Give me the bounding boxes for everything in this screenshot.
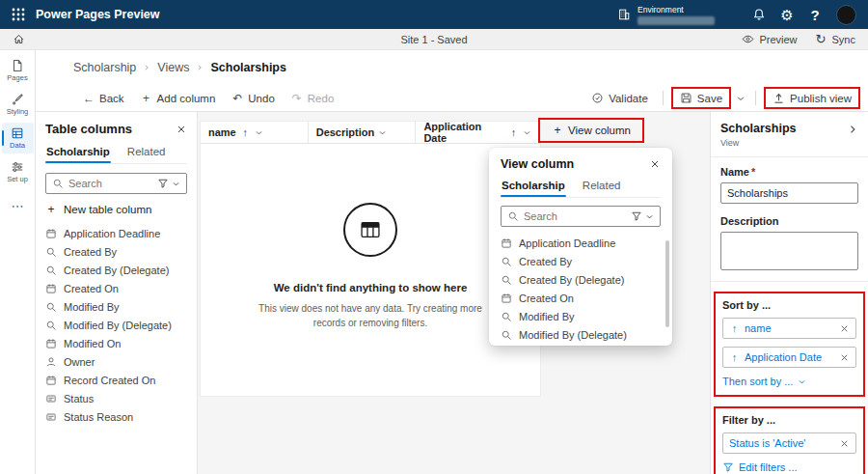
- divider: [711, 156, 868, 157]
- environment-switcher[interactable]: Environment: [617, 5, 715, 25]
- sync-label: Sync: [832, 34, 855, 45]
- edit-filters-button[interactable]: Edit filters ...: [722, 461, 856, 473]
- breadcrumb-views[interactable]: Views: [157, 61, 189, 74]
- breadcrumb-table[interactable]: Scholarship: [73, 61, 136, 74]
- properties-subtitle: View: [720, 138, 797, 148]
- sort-chip[interactable]: ↑ name: [722, 318, 856, 339]
- redo-button[interactable]: ↷ Redo: [285, 90, 341, 107]
- column-list-item[interactable]: Modified By: [45, 297, 187, 316]
- remove-sort-icon[interactable]: [839, 323, 850, 334]
- column-list-item[interactable]: Owner: [45, 352, 187, 371]
- popup-tab-scholarship[interactable]: Scholarship: [501, 177, 566, 197]
- publish-up-arrow-icon: [773, 92, 785, 104]
- close-panel-icon[interactable]: [176, 124, 187, 135]
- close-popup-icon[interactable]: [649, 158, 661, 170]
- popup-column-item[interactable]: Modified By (Delegate): [501, 325, 661, 344]
- name-field-label: Name*: [720, 166, 858, 178]
- remove-filter-icon[interactable]: [839, 438, 850, 449]
- save-split-chevron-icon[interactable]: [736, 94, 746, 103]
- column-list-item[interactable]: Modified On: [45, 334, 187, 352]
- sync-button[interactable]: ↻ Sync: [815, 33, 855, 45]
- back-button[interactable]: ← Back: [76, 90, 131, 107]
- column-name: Record Created On: [64, 375, 155, 386]
- popup-scrollbar[interactable]: [665, 240, 669, 327]
- sort-chip-label: Application Date: [745, 351, 822, 363]
- save-button[interactable]: Save: [673, 89, 729, 107]
- column-name: Status: [64, 393, 94, 404]
- column-list-item[interactable]: Status: [45, 389, 187, 407]
- popup-filter-dropdown[interactable]: [631, 210, 654, 222]
- user-avatar[interactable]: [836, 5, 856, 25]
- data-icon: [11, 126, 24, 140]
- rail-more-button[interactable]: ⋯: [2, 196, 34, 215]
- popup-search-input[interactable]: [524, 210, 626, 222]
- plus-icon: +: [45, 204, 57, 215]
- view-name-input[interactable]: [720, 182, 858, 204]
- filter-funnel-icon: [157, 178, 169, 189]
- expand-panel-chevron-icon[interactable]: [847, 124, 858, 135]
- column-list-item[interactable]: Record Created On: [45, 371, 187, 389]
- preview-button[interactable]: Preview: [742, 33, 797, 45]
- toolbar-divider: [755, 91, 756, 105]
- notifications-bell-icon[interactable]: [752, 8, 766, 21]
- properties-title: Scholarships: [720, 122, 797, 135]
- column-list-item[interactable]: Modified By (Delegate): [45, 316, 187, 334]
- new-table-column-button[interactable]: + New table column: [45, 204, 187, 215]
- popup-column-item[interactable]: Created By: [501, 252, 661, 270]
- view-column-button[interactable]: + View column: [543, 122, 639, 139]
- filter-by-title: Filter by ...: [722, 414, 856, 426]
- column-name: Created By: [64, 246, 117, 258]
- popup-column-item[interactable]: Created On: [501, 289, 661, 307]
- add-column-button[interactable]: + Add column: [134, 90, 223, 107]
- settings-gear-icon[interactable]: ⚙: [780, 8, 794, 21]
- tab-related[interactable]: Related: [126, 143, 167, 163]
- rail-item-pages[interactable]: Pages: [2, 55, 34, 86]
- column-list-item[interactable]: Status Reason: [45, 407, 187, 426]
- more-ellipsis-icon: ⋯: [12, 200, 24, 212]
- grid-header-name[interactable]: name ↑: [201, 122, 309, 143]
- column-name: Modified By (Delegate): [64, 320, 172, 331]
- column-name: Application Deadline: [519, 237, 615, 249]
- grid-header-description[interactable]: Description: [309, 122, 417, 143]
- environment-name-redacted: [637, 16, 715, 25]
- table-columns-list: Application Deadline Created By Created …: [45, 224, 187, 426]
- sort-chip-label: name: [745, 322, 772, 334]
- view-description-input[interactable]: [720, 232, 858, 270]
- search-icon: [507, 210, 519, 222]
- then-sort-by-button[interactable]: Then sort by ...: [722, 376, 856, 387]
- help-icon[interactable]: ?: [808, 8, 822, 21]
- rail-item-styling[interactable]: Styling: [2, 89, 34, 120]
- filter-chip[interactable]: Status is 'Active': [722, 432, 856, 454]
- popup-column-item[interactable]: Application Deadline: [501, 234, 661, 252]
- column-list-item[interactable]: Application Deadline: [45, 224, 187, 242]
- chevron-down-icon: [172, 180, 180, 188]
- popup-column-item[interactable]: Modified By: [501, 307, 661, 325]
- tab-scholarship[interactable]: Scholarship: [45, 143, 111, 163]
- remove-sort-icon[interactable]: [839, 352, 850, 363]
- popup-tab-related[interactable]: Related: [582, 177, 622, 197]
- column-list-item[interactable]: Created On: [45, 279, 187, 297]
- column-filter-dropdown[interactable]: [157, 178, 180, 189]
- home-icon[interactable]: [13, 33, 25, 45]
- column-list-item[interactable]: Created By: [45, 242, 187, 261]
- column-name: Modified On: [64, 338, 121, 349]
- publish-view-button[interactable]: Publish view: [766, 89, 858, 107]
- popup-column-item[interactable]: Created By (Delegate): [501, 270, 661, 289]
- left-navigation-rail: Pages Styling Data Set up ⋯: [0, 50, 36, 474]
- column-name: Modified By: [519, 311, 574, 322]
- sort-chip[interactable]: ↑ Application Date: [722, 347, 856, 368]
- breadcrumb-current-view: Scholarships: [210, 61, 286, 74]
- rail-item-data[interactable]: Data: [2, 123, 34, 153]
- grid-header-application-date[interactable]: Application Date ↑: [416, 122, 540, 143]
- undo-button[interactable]: ↶ Undo: [225, 90, 282, 107]
- filter-funnel-icon: [631, 210, 642, 222]
- rail-item-setup[interactable]: Set up: [2, 156, 34, 187]
- column-search-input[interactable]: [68, 178, 152, 189]
- required-asterisk: *: [751, 166, 755, 178]
- sync-icon: ↻: [815, 33, 827, 45]
- environment-label: Environment: [637, 5, 715, 14]
- validate-button[interactable]: Validate: [584, 89, 655, 107]
- plus-icon: +: [552, 125, 563, 136]
- waffle-menu-icon[interactable]: [12, 8, 25, 21]
- column-list-item[interactable]: Created By (Delegate): [45, 261, 187, 279]
